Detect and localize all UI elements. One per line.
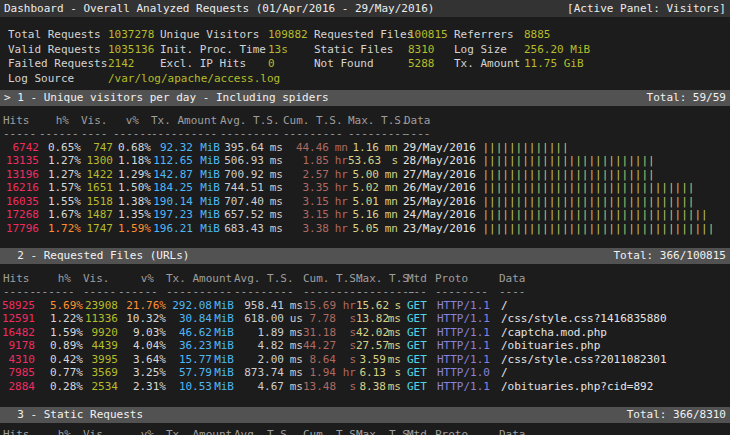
column-dashes-cell: ---------- [166,285,234,298]
table-row[interactable]: 91780.89%44394.04%36.23MiB4.82ms44.27s27… [0,339,730,352]
cell-cum-val: 3.35 [283,181,329,194]
cell-protocol: HTTP/1.1 [429,380,493,393]
cell-vis-pct: 3.64% [118,353,166,366]
cell-cum-val: 1.94 [303,366,336,379]
visitors-table: Hitsh%Vis.v%Tx. AmountAvg. T.S.Cum. T.S.… [0,114,730,235]
cell-avg-unit: us [284,312,303,325]
summary-value: 13s [268,43,314,58]
table-row[interactable]: 131961.27%14221.29%142.87MiB700.92ms2.57… [0,168,730,181]
cell-cum-unit: hr [329,168,348,181]
active-panel-indicator: [Active Panel: Visitors] [567,0,726,17]
cell-avg-unit: ms [264,208,283,221]
cell-avg-unit: ms [284,353,303,366]
cell-data-wrap: 28/May/2016 |||||||||||||||||||||||||| [398,154,730,167]
summary-label: Requested Files [314,28,408,43]
table-row[interactable]: 67420.65%7470.68%92.32MiB395.64ms44.46mn… [0,141,730,154]
cell-visitors: 1300 [81,154,113,167]
table-row[interactable]: 589255.69%2390821.76%292.08MiB958.41ms15… [0,299,730,312]
cell-max-unit: mn [379,222,398,235]
cell-vis-pct: 3.25% [118,366,166,379]
cell-cum-val: 1.85 [283,154,329,167]
column-headers: Hitsh%Vis.v%Tx. AmountAvg. T.S.Cum. T.S.… [0,428,730,435]
cell-tx-val: 112.65 [151,154,193,167]
panel-header[interactable]: 3 - Static Requests Total: 366/8310 [0,407,730,423]
cell-avg-val: 395.64 [220,141,264,154]
cell-hits-pct: 5.69% [35,299,83,312]
cell-cum-unit: s [336,380,356,393]
cell-max-val: 8.38 [356,380,386,393]
table-row[interactable]: 43100.42%39953.64%15.77MiB2.00ms8.64s3.5… [0,353,730,366]
summary-label: Init. Proc. Time [160,43,268,58]
cell-hits-pct: 1.22% [35,312,83,325]
cell-avg-val: 657.52 [220,208,264,221]
bar-chart: |||||||||||||||||||||||||||||||| [476,195,695,208]
bar-chart: ||||||||||||||||||||||||||||||||||| [476,222,714,235]
cell-tx-val: 292.08 [166,299,212,312]
cell-hits-pct: 1.57% [39,181,81,194]
column-dashes-cell: --- [401,285,429,298]
cell-cum-val: 3.15 [283,208,329,221]
panel-static-requests: 3 - Static Requests Total: 366/8310 Hits… [0,407,730,435]
table-row[interactable]: 172681.67%14871.35%197.23MiB657.52ms3.15… [0,208,730,221]
cell-max-unit: ms [386,312,401,325]
summary-label: Valid Requests [8,43,108,58]
column-dashes-cell: --------- [303,285,356,298]
column-header: Vis. [83,272,118,285]
cell-hits-pct: 0.65% [39,141,81,154]
table-row[interactable]: 162161.57%16511.50%184.25MiB744.51ms3.35… [0,181,730,194]
cell-tx-unit: MiB [212,339,234,352]
summary-value: 1037278 [108,28,160,43]
cell-visitors: 23908 [83,299,118,312]
table-row[interactable]: 160351.55%15181.38%190.14MiB707.40ms3.15… [0,195,730,208]
cell-max-unit: ms [386,353,401,366]
cell-avg-unit: ms [264,168,283,181]
cell-hits: 16482 [0,326,35,339]
cell-tx-val: 184.25 [151,181,193,194]
column-dashes-cell: --------- [348,127,398,140]
cell-method: GET [401,353,429,366]
cell-tx-val: 92.32 [151,141,193,154]
cell-visitors: 11336 [83,312,118,325]
table-row[interactable]: 79850.77%35693.25%57.79MiB873.74ms1.94hr… [0,366,730,379]
requested-files-table: Hitsh%Vis.v%Tx. AmountAvg. T.S.Cum. T.S.… [0,272,730,393]
summary-label: Excl. IP Hits [160,57,268,72]
cell-max-val: 1.16 [348,141,379,154]
cell-max-val: 5.01 [348,195,379,208]
bar-chart: |||||||||||||||||||||||||| [476,154,655,167]
cell-data-wrap: 27/May/2016 |||||||||||||||||||||||||| [398,168,730,181]
table-row[interactable]: 28840.28%25342.31%10.53MiB4.67ms13.48s8.… [0,380,730,393]
column-header: v% [118,272,166,285]
column-header: Vis. [83,428,118,435]
summary-label: Failed Requests [8,57,108,72]
panel-header[interactable]: 2 - Requested Files (URLs) Total: 366/10… [0,248,730,264]
cell-data: 24/May/2016 [403,208,476,221]
table-row[interactable]: 177961.72%17471.59%196.21MiB683.43ms3.38… [0,222,730,235]
cell-tx-val: 15.77 [166,353,212,366]
cell-data: /obituaries.php?cid=892 [493,380,730,393]
column-headers: Hitsh%Vis.v%Tx. AmountAvg. T.S.Cum. T.S.… [0,272,730,285]
cell-hits-pct: 0.28% [35,380,83,393]
cell-avg-unit: ms [284,380,303,393]
table-row[interactable]: 131351.27%13001.18%112.65MiB506.93ms1.85… [0,154,730,167]
cell-tx-unit: MiB [193,195,220,208]
cell-visitors: 747 [81,141,113,154]
cell-max-unit: s [379,154,398,167]
column-dashes-cell: ---- [398,127,730,140]
table-row[interactable]: 164821.59%99209.03%46.62MiB1.89ms31.18s4… [0,326,730,339]
cell-data: 28/May/2016 [403,154,476,167]
cell-cum-val: 31.18 [303,326,336,339]
panel-header[interactable]: > 1 - Unique visitors per day - Includin… [0,90,730,106]
cell-tx-unit: MiB [193,222,220,235]
column-header: Max. T.S. [348,114,398,127]
cell-avg-val: 707.40 [220,195,264,208]
column-header: v% [113,114,151,127]
cell-tx-val: 10.53 [166,380,212,393]
table-row[interactable]: 125911.22%1133610.32%30.84MiB618.00us7.7… [0,312,730,325]
cell-hits: 4310 [0,353,35,366]
cell-data: 25/May/2016 [403,195,476,208]
cell-protocol: HTTP/1.1 [429,339,493,352]
bar-chart: |||||||||||||||||||||||||||||||| [476,181,695,194]
column-header: h% [35,272,83,285]
cell-cum-unit: hr [336,366,356,379]
cell-visitors: 4439 [83,339,118,352]
